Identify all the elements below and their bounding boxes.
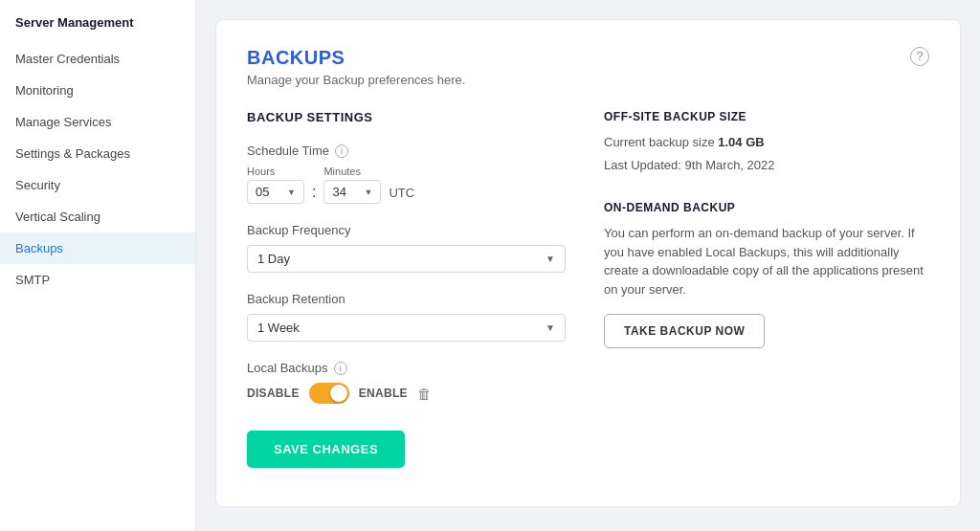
minutes-select[interactable]: 34 ▼ xyxy=(323,180,381,204)
page-subtitle: Manage your Backup preferences here. xyxy=(247,73,465,87)
local-backups-info-icon[interactable]: i xyxy=(334,362,347,375)
sidebar-item-smtp[interactable]: SMTP xyxy=(0,264,195,296)
page-title: BACKUPS xyxy=(247,47,465,69)
disable-label: DISABLE xyxy=(247,387,300,400)
current-backup-size: Current backup size 1.04 GB xyxy=(604,133,929,152)
backup-retention-field: Backup Retention 1 Week ▼ xyxy=(247,292,566,342)
save-changes-button[interactable]: SAVE CHANGES xyxy=(247,431,405,468)
on-demand-section: ON-DEMAND BACKUP You can perform an on-d… xyxy=(604,201,929,348)
hours-label: Hours xyxy=(247,166,304,177)
backup-frequency-label: Backup Frequency xyxy=(247,223,566,237)
sidebar: Server Management Master Credentials Mon… xyxy=(0,0,196,531)
time-separator: : xyxy=(312,184,316,201)
sidebar-item-manage-services[interactable]: Manage Services xyxy=(0,106,195,138)
offsite-backup-section: OFF-SITE BACKUP SIZE Current backup size… xyxy=(604,110,929,174)
backup-settings-title: BACKUP SETTINGS xyxy=(247,110,566,124)
schedule-time-info-icon[interactable]: i xyxy=(335,144,348,158)
toggle-row: DISABLE ENABLE 🗑 xyxy=(247,383,566,404)
minutes-label: Minutes xyxy=(323,166,381,177)
page-header-text: BACKUPS Manage your Backup preferences h… xyxy=(247,47,465,87)
two-col-layout: BACKUP SETTINGS Schedule Time i Hours 05… xyxy=(247,110,929,468)
page-header: BACKUPS Manage your Backup preferences h… xyxy=(247,47,929,87)
sidebar-item-monitoring[interactable]: Monitoring xyxy=(0,75,195,106)
minutes-wrap: Minutes 34 ▼ xyxy=(323,166,381,204)
retention-arrow-icon: ▼ xyxy=(546,322,555,333)
utc-label: UTC xyxy=(389,186,414,200)
backup-retention-select[interactable]: 1 Week ▼ xyxy=(247,314,566,342)
local-backups-label: Local Backups i xyxy=(247,361,566,375)
time-row: Hours 05 ▼ : Minutes 34 ▼ xyxy=(247,166,566,204)
right-column: OFF-SITE BACKUP SIZE Current backup size… xyxy=(604,110,929,468)
backup-retention-label: Backup Retention xyxy=(247,292,566,306)
frequency-arrow-icon: ▼ xyxy=(546,254,555,264)
hours-wrap: Hours 05 ▼ xyxy=(247,166,304,204)
left-column: BACKUP SETTINGS Schedule Time i Hours 05… xyxy=(247,110,566,468)
backup-frequency-field: Backup Frequency 1 Day ▼ xyxy=(247,223,566,273)
hours-select[interactable]: 05 ▼ xyxy=(247,180,304,204)
backup-frequency-select[interactable]: 1 Day ▼ xyxy=(247,245,566,273)
sidebar-item-master-credentials[interactable]: Master Credentials xyxy=(0,43,195,75)
take-backup-button[interactable]: TAKE BACKUP NOW xyxy=(604,314,765,348)
offsite-backup-title: OFF-SITE BACKUP SIZE xyxy=(604,110,929,123)
schedule-time-field: Schedule Time i Hours 05 ▼ : xyxy=(247,144,566,204)
sidebar-item-vertical-scaling[interactable]: Vertical Scaling xyxy=(0,201,195,232)
last-updated: Last Updated: 9th March, 2022 xyxy=(604,156,929,175)
local-backups-field: Local Backups i DISABLE ENABLE 🗑 xyxy=(247,361,566,404)
sidebar-title: Server Management xyxy=(0,15,195,43)
on-demand-title: ON-DEMAND BACKUP xyxy=(604,201,929,214)
toggle-thumb xyxy=(330,385,347,402)
main-content: BACKUPS Manage your Backup preferences h… xyxy=(196,0,980,531)
schedule-time-label: Schedule Time i xyxy=(247,144,566,158)
sidebar-item-settings-packages[interactable]: Settings & Packages xyxy=(0,138,195,169)
minutes-arrow-icon: ▼ xyxy=(365,188,373,197)
sidebar-item-security[interactable]: Security xyxy=(0,169,195,201)
help-icon[interactable]: ? xyxy=(910,47,929,66)
local-backups-toggle[interactable] xyxy=(309,383,349,404)
on-demand-description: You can perform an on-demand backup of y… xyxy=(604,224,929,299)
hours-arrow-icon: ▼ xyxy=(287,188,296,197)
sidebar-item-backups[interactable]: Backups xyxy=(0,232,195,264)
delete-icon[interactable]: 🗑 xyxy=(417,386,432,402)
content-card: BACKUPS Manage your Backup preferences h… xyxy=(215,19,961,507)
enable-label: ENABLE xyxy=(359,387,408,400)
